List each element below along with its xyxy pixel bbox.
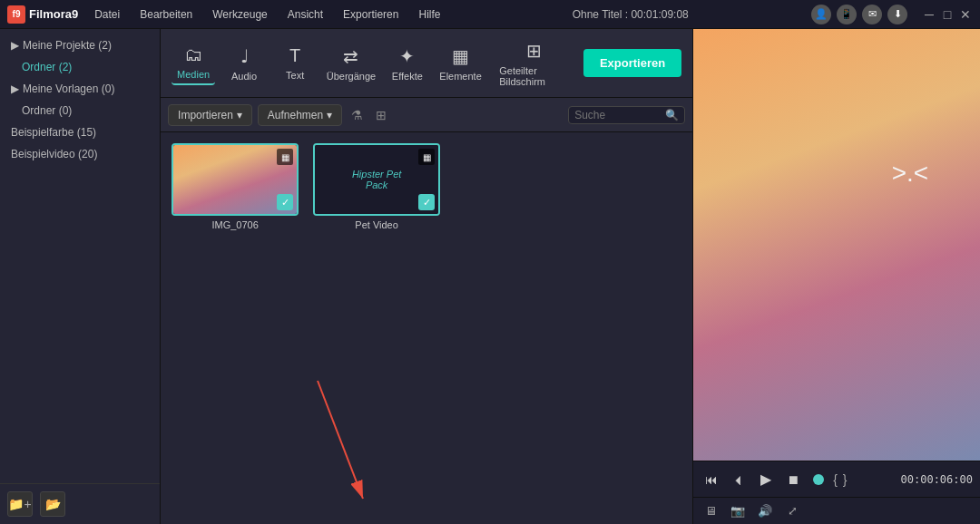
sidebar-item-ordner[interactable]: Ordner (2) xyxy=(0,56,160,78)
text-icon: T xyxy=(289,45,300,66)
step-back-button[interactable]: ⏴ xyxy=(728,469,750,490)
preview-area: >.< xyxy=(693,29,980,461)
record-button[interactable]: Aufnehmen ▾ xyxy=(258,104,342,126)
main-layout: ▶ Meine Projekte (2) Ordner (2) ▶ Meine … xyxy=(0,29,980,524)
sidebar-item-ordner2[interactable]: Ordner (0) xyxy=(0,100,160,121)
record-chevron-icon: ▾ xyxy=(327,109,332,121)
corner-badge-pet: ▦ xyxy=(418,149,435,165)
stop-button[interactable]: ⏹ xyxy=(782,469,804,490)
app-logo: f9 Filmora9 xyxy=(7,5,78,24)
chevron-icon: ▶ xyxy=(11,39,19,52)
sidebar-item-projekte[interactable]: ▶ Meine Projekte (2) xyxy=(0,34,160,56)
logo-icon: f9 xyxy=(7,5,25,24)
preview-extra-controls: 🖥 📷 🔊 ⤢ xyxy=(693,497,980,524)
media-item-img0706[interactable]: ▦ ✓ IMG_0706 xyxy=(172,143,299,230)
sidebar-bottom: 📁+ 📂 xyxy=(0,483,160,524)
close-button[interactable]: ✕ xyxy=(958,7,973,22)
sidebar-item-vorlagen[interactable]: ▶ Meine Vorlagen (0) xyxy=(0,78,160,100)
preview-emoji: >.< xyxy=(892,159,928,188)
minimize-button[interactable]: ─ xyxy=(922,7,936,22)
playback-controls: ⏮ ⏴ ▶ ⏹ { } 00:00:06:00 xyxy=(693,461,980,497)
add-folder-button[interactable]: 📁+ xyxy=(7,491,33,517)
check-badge-pet: ✓ xyxy=(418,194,435,210)
menu-ansicht[interactable]: Ansicht xyxy=(279,5,332,24)
split-screen-icon: ⊞ xyxy=(526,40,542,62)
fullscreen-button[interactable]: ⤢ xyxy=(782,501,802,521)
preview-video: >.< xyxy=(693,29,980,461)
snapshot-button[interactable]: 📷 xyxy=(728,501,748,521)
content-area: 🗂 Medien ♩ Audio T Text ⇄ Übergänge ✦ Ef… xyxy=(161,29,692,524)
sub-toolbar: Importieren ▾ Aufnehmen ▾ ⚗ ⊞ 🔍 xyxy=(161,98,692,132)
media-thumb-pet-video[interactable]: Hipster Pet Pack ▦ ✓ xyxy=(313,143,440,216)
download-icon[interactable]: ⬇ xyxy=(887,5,907,24)
import-chevron-icon: ▾ xyxy=(237,109,242,121)
menu-bearbeiten[interactable]: Bearbeiten xyxy=(131,5,201,24)
media-grid: ▦ ✓ IMG_0706 Hipster Pet Pack ▦ ✓ Pet Vi… xyxy=(161,132,692,524)
chevron-icon: ▶ xyxy=(11,82,19,95)
sidebar-item-beispielfarbe[interactable]: Beispielfarbe (15) xyxy=(0,121,160,143)
app-name: Filmora9 xyxy=(29,7,78,21)
sidebar-nav: ▶ Meine Projekte (2) Ordner (2) ▶ Meine … xyxy=(0,29,160,483)
media-label-pet-video: Pet Video xyxy=(313,219,440,230)
medien-icon: 🗂 xyxy=(184,44,202,65)
user-avatar[interactable]: 👤 xyxy=(811,5,831,24)
menu-hilfe[interactable]: Hilfe xyxy=(409,5,449,24)
time-display: 00:00:06:00 xyxy=(901,473,973,486)
bracket-close-button[interactable]: } xyxy=(843,472,848,487)
audio-icon: ♩ xyxy=(240,45,249,67)
right-panel: >.< ⏮ ⏴ ▶ ⏹ { } 00:00:06:00 🖥 📷 🔊 ⤢ xyxy=(692,29,980,524)
sidebar-item-beispielvideo[interactable]: Beispielvideo (20) xyxy=(0,143,160,165)
uebergaenge-icon: ⇄ xyxy=(343,45,358,67)
elemente-icon: ▦ xyxy=(452,45,469,67)
window-controls: ─ □ ✕ xyxy=(922,7,973,22)
menu-bar: Datei Bearbeiten Werkzeuge Ansicht Expor… xyxy=(85,5,449,24)
toolbar-effekte[interactable]: ✦ Effekte xyxy=(386,42,429,85)
search-icon[interactable]: 🔍 xyxy=(665,109,679,121)
progress-indicator xyxy=(813,474,824,485)
search-box: 🔍 xyxy=(568,106,685,124)
toolbar-audio[interactable]: ♩ Audio xyxy=(222,42,266,85)
bracket-open-button[interactable]: { xyxy=(833,472,838,487)
effekte-icon: ✦ xyxy=(399,45,415,67)
main-toolbar: 🗂 Medien ♩ Audio T Text ⇄ Übergänge ✦ Ef… xyxy=(161,29,692,98)
mail-icon[interactable]: ✉ xyxy=(862,5,882,24)
maximize-button[interactable]: □ xyxy=(940,7,955,22)
play-button[interactable]: ▶ xyxy=(755,469,777,490)
import-button[interactable]: Importieren ▾ xyxy=(168,104,252,126)
check-badge: ✓ xyxy=(277,194,293,210)
pet-pack-label: Hipster Pet Pack xyxy=(346,169,407,190)
toolbar-geteilter-bildschirm[interactable]: ⊞ Geteilter Bildschirm xyxy=(492,36,576,91)
corner-badge: ▦ xyxy=(277,149,293,165)
toolbar-medien[interactable]: 🗂 Medien xyxy=(172,41,215,85)
menu-exportieren[interactable]: Exportieren xyxy=(334,5,407,24)
left-panel: ▶ Meine Projekte (2) Ordner (2) ▶ Meine … xyxy=(0,29,161,524)
media-label-img0706: IMG_0706 xyxy=(172,219,299,230)
grid-view-icon[interactable]: ⊞ xyxy=(372,106,390,124)
menu-datei[interactable]: Datei xyxy=(85,5,129,24)
title-bar: f9 Filmora9 Datei Bearbeiten Werkzeuge A… xyxy=(0,0,980,29)
monitor-settings-button[interactable]: 🖥 xyxy=(701,501,720,521)
menu-werkzeuge[interactable]: Werkzeuge xyxy=(203,5,276,24)
filter-icon[interactable]: ⚗ xyxy=(348,106,367,124)
toolbar-uebergaenge[interactable]: ⇄ Übergänge xyxy=(324,42,378,85)
media-thumb-img0706[interactable]: ▦ ✓ xyxy=(172,143,299,216)
export-button[interactable]: Exportieren xyxy=(583,49,681,77)
search-input[interactable] xyxy=(574,109,665,121)
window-title: Ohne Titel : 00:01:09:08 xyxy=(456,8,804,21)
volume-button[interactable]: 🔊 xyxy=(755,501,775,521)
phone-icon[interactable]: 📱 xyxy=(837,5,857,24)
toolbar-elemente[interactable]: ▦ Elemente xyxy=(436,42,485,85)
media-item-pet-video[interactable]: Hipster Pet Pack ▦ ✓ Pet Video xyxy=(313,143,440,230)
skip-back-button[interactable]: ⏮ xyxy=(701,469,722,490)
toolbar-text[interactable]: T Text xyxy=(273,42,317,84)
user-icons: 👤 📱 ✉ ⬇ xyxy=(811,5,907,24)
import-folder-button[interactable]: 📂 xyxy=(40,491,65,517)
